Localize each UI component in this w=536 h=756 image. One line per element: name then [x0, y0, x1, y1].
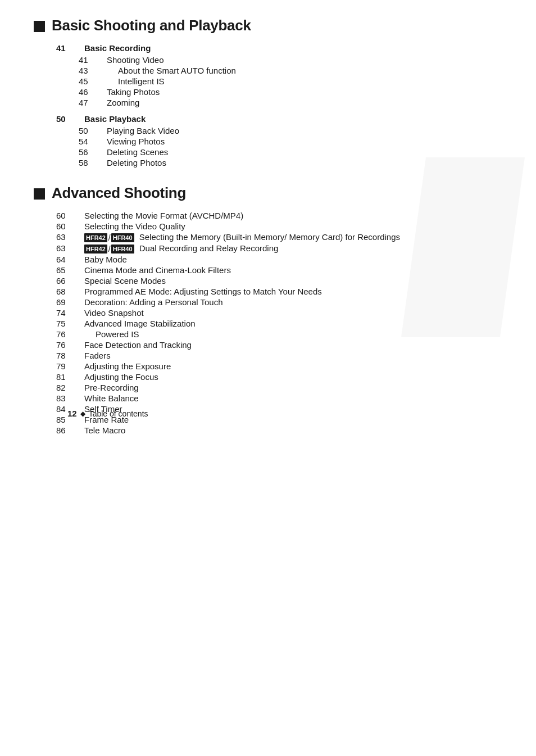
toc-page: 69: [56, 297, 84, 307]
toc-entry-dual-recording: 63 HFR42/HFR40 Dual Recording and Relay …: [56, 243, 502, 253]
badge-hfr42-dual: HFR42: [84, 245, 107, 253]
toc-page: 43: [79, 66, 107, 75]
toc-text: Adjusting the Focus: [84, 372, 502, 382]
toc-text: Decoration: Adding a Personal Touch: [84, 297, 502, 307]
toc-text-dual: Dual Recording and Relay Recording: [139, 243, 279, 253]
toc-page: 86: [56, 425, 84, 435]
toc-page: 81: [56, 372, 84, 382]
toc-text: Special Scene Modes: [84, 276, 502, 286]
toc-entry-white-balance: 83 White Balance: [56, 393, 502, 403]
advanced-entries-list: 60 Selecting the Movie Format (AVCHD/MP4…: [56, 211, 502, 435]
toc-text-memory: Selecting the Memory (Built-in Memory/ M…: [139, 232, 400, 242]
toc-entry-powered-is: 76 Powered IS: [56, 329, 502, 339]
toc-entry-smart-auto: 43 About the Smart AUTO function: [79, 66, 502, 75]
toc-page: 41: [79, 55, 107, 65]
footer-diamond: ◆: [80, 410, 85, 418]
toc-page: 60: [56, 211, 84, 220]
toc-entry-deleting-scenes: 56 Deleting Scenes: [79, 147, 502, 157]
toc-page: 74: [56, 308, 84, 318]
toc-page: 58: [79, 158, 107, 168]
toc-page: 47: [79, 98, 107, 107]
toc-text: HFR42/HFR40 Selecting the Memory (Built-…: [84, 232, 502, 242]
section-icon-basic: [34, 21, 45, 32]
toc-entry-advanced-image-stab: 75 Advanced Image Stabilization: [56, 319, 502, 328]
badge-hfr40-dual: HFR40: [111, 245, 134, 253]
subsection-header-basic-playback: 50 Basic Playback: [56, 114, 502, 124]
toc-page: 64: [56, 255, 84, 264]
toc-page: 56: [79, 147, 107, 157]
section-header-advanced: Advanced Shooting: [34, 184, 502, 202]
toc-text: Deleting Photos: [107, 158, 502, 168]
section-header-basic: Basic Shooting and Playback: [34, 17, 502, 34]
toc-text: Tele Macro: [84, 425, 502, 435]
toc-text: Faders: [84, 351, 502, 360]
section-title-basic: Basic Shooting and Playback: [52, 17, 251, 34]
toc-page: 83: [56, 393, 84, 403]
toc-entry-playing-back-video: 50 Playing Back Video: [79, 126, 502, 135]
toc-entry-video-quality: 60 Selecting the Video Quality: [56, 221, 502, 231]
toc-text: Shooting Video: [107, 55, 502, 65]
toc-group-basic-recording: 41 Shooting Video 43 About the Smart AUT…: [79, 55, 502, 107]
toc-page: 45: [79, 76, 107, 86]
subsection-page-basic-recording: 41: [56, 43, 84, 53]
toc-page: 50: [79, 126, 107, 135]
toc-entry-baby-mode: 64 Baby Mode: [56, 255, 502, 264]
toc-page: 60: [56, 221, 84, 231]
toc-text: White Balance: [84, 393, 502, 403]
badge-hfr40: HFR40: [111, 233, 134, 242]
toc-text: Selecting the Video Quality: [84, 221, 502, 231]
toc-page: 75: [56, 319, 84, 328]
toc-text: Video Snapshot: [84, 308, 502, 318]
toc-entry-taking-photos: 46 Taking Photos: [79, 87, 502, 97]
badges-hfr42-hfr40-memory: HFR42/HFR40: [84, 233, 135, 242]
badge-sep-dual: /: [108, 245, 111, 253]
toc-page: 76: [56, 329, 84, 339]
badges-hfr42-hfr40-dual: HFR42/HFR40: [84, 245, 135, 253]
section-icon-advanced: [34, 188, 45, 200]
footer-page-number: 12: [67, 409, 77, 418]
toc-text: Playing Back Video: [107, 126, 502, 135]
subsection-title-basic-playback: Basic Playback: [84, 114, 146, 124]
section-basic-shooting: Basic Shooting and Playback 41 Basic Rec…: [34, 17, 502, 168]
toc-text: Pre-Recording: [84, 383, 502, 392]
toc-page: 65: [56, 265, 84, 275]
toc-page: 76: [56, 340, 84, 350]
badge-hfr42: HFR42: [84, 233, 107, 242]
toc-entry-programmed-ae: 68 Programmed AE Mode: Adjusting Setting…: [56, 287, 502, 296]
subsection-title-basic-recording: Basic Recording: [84, 43, 151, 53]
toc-page: 63: [56, 232, 84, 242]
toc-entry-deleting-photos: 58 Deleting Photos: [79, 158, 502, 168]
toc-entry-cinema-mode: 65 Cinema Mode and Cinema-Look Filters: [56, 265, 502, 275]
toc-text: Zooming: [107, 98, 502, 107]
toc-text: Face Detection and Tracking: [84, 340, 502, 350]
section-advanced-shooting: Advanced Shooting 60 Selecting the Movie…: [34, 184, 502, 435]
toc-entry-viewing-photos: 54 Viewing Photos: [79, 137, 502, 146]
toc-entry-zooming: 47 Zooming: [79, 98, 502, 107]
toc-entry-shooting-video: 41 Shooting Video: [79, 55, 502, 65]
toc-entry-tele-macro: 86 Tele Macro: [56, 425, 502, 435]
toc-entry-adjusting-focus: 81 Adjusting the Focus: [56, 372, 502, 382]
toc-entry-video-snapshot: 74 Video Snapshot: [56, 308, 502, 318]
toc-page: 78: [56, 351, 84, 360]
toc-text: About the Smart AUTO function: [107, 66, 502, 75]
toc-text: HFR42/HFR40 Dual Recording and Relay Rec…: [84, 243, 502, 253]
toc-page: 63: [56, 243, 84, 253]
toc-entry-face-detection: 76 Face Detection and Tracking: [56, 340, 502, 350]
toc-page: 66: [56, 276, 84, 286]
toc-text: Selecting the Movie Format (AVCHD/MP4): [84, 211, 502, 220]
toc-entry-adjusting-exposure: 79 Adjusting the Exposure: [56, 361, 502, 371]
toc-entry-pre-recording: 82 Pre-Recording: [56, 383, 502, 392]
toc-entry-decoration: 69 Decoration: Adding a Personal Touch: [56, 297, 502, 307]
toc-text: Advanced Image Stabilization: [84, 319, 502, 328]
toc-page: 82: [56, 383, 84, 392]
toc-page: 46: [79, 87, 107, 97]
footer-label: Table of contents: [89, 409, 148, 418]
toc-entry-selecting-memory: 63 HFR42/HFR40 Selecting the Memory (Bui…: [56, 232, 502, 242]
toc-entry-faders: 78 Faders: [56, 351, 502, 360]
toc-text: Viewing Photos: [107, 137, 502, 146]
section-title-advanced: Advanced Shooting: [52, 184, 186, 202]
badge-sep: /: [108, 233, 111, 242]
toc-text: Adjusting the Exposure: [84, 361, 502, 371]
toc-text: Programmed AE Mode: Adjusting Settings t…: [84, 287, 502, 296]
toc-text: Taking Photos: [107, 87, 502, 97]
